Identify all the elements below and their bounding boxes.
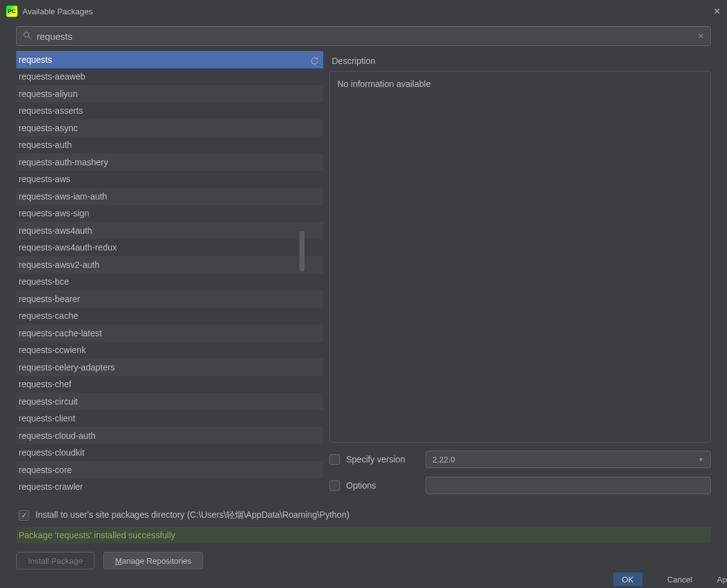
options-input[interactable]	[426, 477, 711, 494]
package-item[interactable]: requests-cloud-auth	[16, 427, 323, 444]
package-item[interactable]: requests-cloudkit	[16, 444, 323, 462]
window-title: Available Packages	[22, 7, 93, 16]
package-item[interactable]: requests-aws-iam-auth	[16, 188, 323, 205]
specify-version-label: Specify version	[346, 454, 419, 464]
manage-mnemonic: M	[115, 556, 122, 566]
action-buttons: Install Package Manage Repositories	[0, 549, 727, 569]
search-icon	[23, 31, 32, 42]
app-icon: PC	[6, 6, 17, 17]
package-item[interactable]: requests-circuit	[16, 393, 323, 410]
package-item[interactable]: requests-client	[16, 410, 323, 428]
package-item[interactable]: requests-aws4auth	[16, 222, 323, 239]
dialog-buttons: OK Cancel Ap	[613, 571, 727, 588]
svg-point-0	[24, 32, 29, 37]
install-dir-checkbox[interactable]	[19, 510, 29, 521]
cancel-button[interactable]: Cancel	[667, 575, 692, 584]
package-item[interactable]: requests-aws4auth-redux	[16, 239, 323, 257]
specify-version-row: Specify version 2.22.0 ▼	[329, 449, 711, 470]
install-dir-row: Install to user's site packages director…	[0, 501, 727, 525]
svg-line-1	[29, 36, 31, 39]
search-field[interactable]: ✕	[16, 26, 711, 46]
package-list-column: requestsrequests-aeawebrequests-aliyunre…	[0, 51, 323, 501]
package-item[interactable]: requests	[16, 51, 323, 68]
package-item[interactable]: requests-chef	[16, 376, 323, 393]
package-item[interactable]: requests-bearer	[16, 290, 323, 308]
status-text: Package 'requests' installed successfull…	[19, 530, 175, 540]
scrollbar-thumb[interactable]	[299, 231, 304, 272]
install-dir-prefix: Install to user's site packages director…	[35, 510, 190, 520]
install-package-label: Install Package	[28, 556, 83, 566]
package-item[interactable]: requests-ccwienk	[16, 342, 323, 359]
package-item[interactable]: requests-asserts	[16, 103, 323, 120]
specify-version-checkbox[interactable]	[329, 454, 340, 465]
options-row: Options	[329, 475, 711, 496]
main-area: requestsrequests-aeawebrequests-aliyunre…	[0, 51, 727, 501]
description-box: No information available	[329, 71, 711, 443]
package-item[interactable]: requests-bce	[16, 273, 323, 291]
clear-search-icon[interactable]: ✕	[698, 32, 704, 40]
close-icon[interactable]: ✕	[713, 6, 721, 16]
install-package-button[interactable]: Install Package	[16, 552, 94, 569]
package-item[interactable]: requests-aws-sign	[16, 205, 323, 223]
apply-button[interactable]: Ap	[717, 575, 727, 584]
package-item[interactable]: requests-core	[16, 461, 323, 479]
package-item[interactable]: requests-aliyun	[16, 85, 323, 103]
version-combo[interactable]: 2.22.0 ▼	[426, 451, 711, 468]
package-item[interactable]: requests-celery-adapters	[16, 359, 323, 376]
ok-button[interactable]: OK	[613, 572, 642, 586]
package-item[interactable]: requests-aeaweb	[16, 68, 323, 86]
package-list[interactable]: requestsrequests-aeawebrequests-aliyunre…	[16, 51, 323, 501]
manage-rest: anage Repositories	[122, 556, 191, 566]
description-text: No information available	[337, 79, 431, 89]
package-item[interactable]: requests-awsv2-auth	[16, 256, 323, 273]
description-label: Description	[329, 51, 711, 71]
package-item[interactable]: requests-async	[16, 119, 323, 137]
chevron-down-icon: ▼	[698, 456, 704, 463]
search-input[interactable]	[37, 31, 693, 42]
package-item[interactable]: requests-cache-latest	[16, 324, 323, 342]
details-column: Description No information available Spe…	[327, 51, 727, 501]
install-dir-path: C:\Users\轻烟\AppData\Roaming\Python	[190, 510, 347, 520]
install-dir-label: Install to user's site packages director…	[35, 510, 349, 521]
status-bar: Package 'requests' installed successfull…	[16, 527, 711, 543]
version-value: 2.22.0	[432, 455, 455, 464]
refresh-icon[interactable]	[306, 52, 323, 70]
titlebar: PC Available Packages ✕	[0, 0, 727, 22]
package-item[interactable]: requests-aws	[16, 171, 323, 188]
package-item[interactable]: requests-crawler	[16, 479, 323, 496]
package-item[interactable]: requests-cache	[16, 308, 323, 325]
package-item[interactable]: requests-auth	[16, 137, 323, 154]
options-label: Options	[346, 480, 419, 490]
package-item[interactable]: requests-auth-mashery	[16, 154, 323, 171]
manage-repositories-button[interactable]: Manage Repositories	[103, 552, 203, 569]
titlebar-left: PC Available Packages	[6, 6, 93, 17]
options-checkbox[interactable]	[329, 480, 340, 491]
install-dir-suffix: )	[347, 510, 350, 520]
